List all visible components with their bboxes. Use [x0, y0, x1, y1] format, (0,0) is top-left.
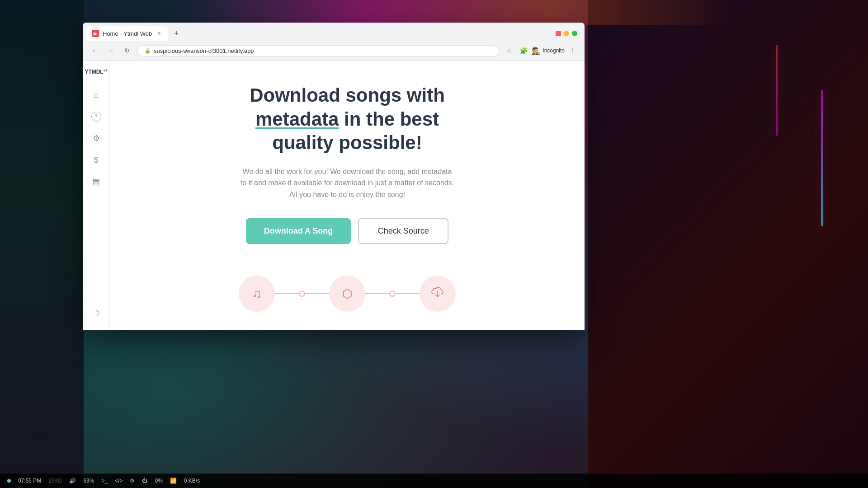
sidebar-item-theme[interactable]: ☽	[87, 305, 105, 323]
tab-close-button[interactable]: ×	[156, 30, 163, 37]
url-text: suspicious-swanson-cf3001.netlify.app	[154, 47, 254, 54]
menu-button[interactable]: ⋮	[566, 44, 579, 57]
new-tab-button[interactable]: +	[170, 27, 183, 40]
hero-subtitle: We do all the work for you! We download …	[239, 166, 456, 201]
bookmark-button[interactable]: ☆	[503, 44, 515, 57]
process-step-music: ♫	[239, 276, 275, 312]
connector-2: ◇	[365, 293, 420, 294]
gear-icon: ⚙	[93, 133, 100, 143]
browser-tab[interactable]: ▶ Home - Ytmdl Web ×	[86, 26, 168, 41]
taskbar-settings-icon: ⚙	[130, 478, 135, 484]
download-song-button[interactable]: Download A Song	[246, 218, 351, 244]
home-icon: ⌂	[94, 90, 99, 100]
tab-favicon: ▶	[92, 30, 99, 37]
taskbar-battery: 0%	[155, 478, 162, 484]
taskbar: 07:55 PM 25/02 🔊 63% >_ </> ⚙ ⏻ 0% 📶 0 K…	[0, 474, 868, 488]
sidebar: YTMDLv2 ⌂ ? ⚙ $ ▤ ☽	[83, 61, 110, 330]
taskbar-date: 25/02	[48, 478, 62, 484]
back-button[interactable]: ←	[88, 44, 101, 57]
sidebar-item-settings[interactable]: ⚙	[87, 129, 105, 147]
window-minimize-button[interactable]	[564, 31, 569, 36]
taskbar-power-icon: ⏻	[142, 478, 147, 484]
network-dot	[7, 479, 11, 483]
forward-button[interactable]: →	[104, 44, 117, 57]
browser-window: ▶ Home - Ytmdl Web × + ← → ↻ 🔒 suspiciou…	[83, 23, 585, 330]
address-bar[interactable]: 🔒 suspicious-swanson-cf3001.netlify.app	[137, 45, 499, 56]
window-close-button[interactable]	[556, 31, 561, 36]
lock-icon: 🔒	[145, 48, 151, 54]
sidebar-item-home[interactable]: ⌂	[87, 86, 105, 104]
music-icon: ♫	[252, 286, 262, 301]
extensions-button[interactable]: 🧩	[517, 44, 530, 57]
dollar-icon: $	[94, 155, 98, 165]
process-steps: ♫ ⚡ ⬡ ◇	[239, 276, 456, 312]
connector-lightning-icon: ⚡	[299, 291, 305, 297]
cloud-download-icon	[430, 285, 445, 303]
taskbar-volume: 63%	[83, 478, 94, 484]
refresh-button[interactable]: ↻	[121, 44, 133, 57]
process-step-package: ⬡	[329, 276, 365, 312]
app-logo: YTMDLv2	[85, 68, 107, 75]
connector-1: ⚡	[275, 293, 329, 294]
process-step-download	[420, 276, 456, 312]
tab-title: Home - Ytmdl Web	[103, 30, 152, 37]
package-icon: ⬡	[342, 287, 353, 301]
sidebar-item-docs[interactable]: ▤	[87, 173, 105, 191]
browser-titlebar: ▶ Home - Ytmdl Web × + ← → ↻ 🔒 suspiciou…	[83, 23, 585, 61]
book-icon: ▤	[92, 177, 100, 187]
taskbar-terminal-icon: >_	[101, 478, 108, 484]
taskbar-wifi-icon: 📶	[170, 478, 177, 484]
action-buttons: Download A Song Check Source	[246, 218, 449, 244]
window-maximize-button[interactable]	[572, 31, 577, 36]
hero-title-underlined: metadata	[255, 108, 339, 130]
taskbar-network-speed: 0 KB/s	[184, 478, 200, 484]
help-icon: ?	[91, 112, 101, 122]
app-content: YTMDLv2 ⌂ ? ⚙ $ ▤ ☽	[83, 61, 585, 330]
incognito-badge: 🕵 Incognito	[532, 47, 565, 55]
taskbar-time: 07:55 PM	[18, 478, 41, 484]
sidebar-item-pricing[interactable]: $	[87, 151, 105, 169]
sidebar-item-help[interactable]: ?	[87, 108, 105, 126]
check-source-button[interactable]: Check Source	[358, 218, 448, 244]
moon-icon: ☽	[93, 309, 100, 319]
hero-title: Download songs with metadata in the best…	[250, 84, 445, 155]
taskbar-volume-icon: 🔊	[69, 478, 76, 484]
main-content: Download songs with metadata in the best…	[110, 61, 585, 330]
taskbar-network-indicator	[7, 479, 11, 483]
taskbar-code-icon: </>	[115, 478, 123, 484]
connector-diamond-icon: ◇	[389, 291, 396, 297]
